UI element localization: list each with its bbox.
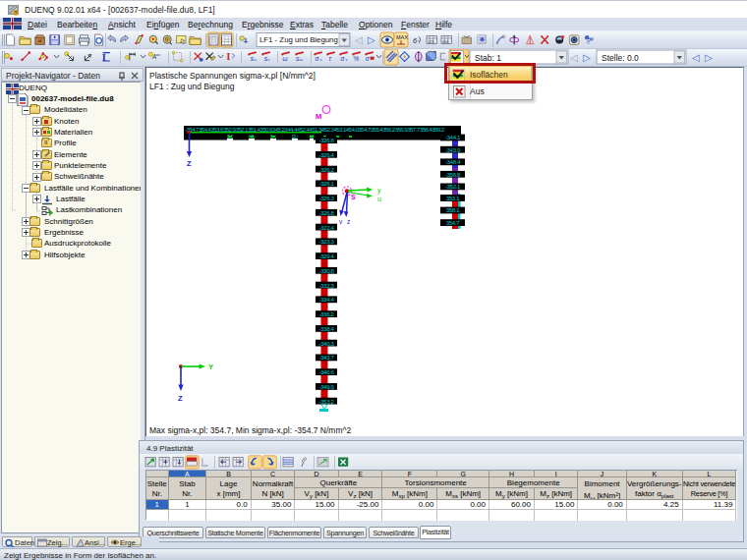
svg-text:z: z xyxy=(347,218,350,225)
svg-text:-343.7: -343.7 xyxy=(318,354,334,361)
svg-text:-346.6: -346.6 xyxy=(318,368,334,375)
svg-text:M: M xyxy=(316,112,321,121)
svg-text:I: I xyxy=(227,51,231,62)
svg-text:?: ? xyxy=(15,10,18,16)
svg-text:MAX: MAX xyxy=(396,34,408,40)
svg-text:ω: ω xyxy=(283,55,288,62)
svg-text:-353.2: -353.2 xyxy=(318,398,334,405)
svg-text:-329.4: -329.4 xyxy=(318,252,334,259)
svg-text:x: x xyxy=(319,57,321,62)
svg-text:Z: Z xyxy=(178,394,183,403)
svg-text:-336.2: -336.2 xyxy=(318,310,334,317)
svg-text:456: 456 xyxy=(442,39,449,44)
svg-text:-322.4: -322.4 xyxy=(318,224,334,231)
svg-text:v: v xyxy=(267,57,269,62)
svg-text:-326.2: -326.2 xyxy=(318,166,334,173)
svg-text:ω: ω xyxy=(300,57,303,62)
svg-text:LF1 - Zug und Biegung: LF1 - Zug und Biegung xyxy=(259,35,338,44)
svg-text:Stab: 1: Stab: 1 xyxy=(475,53,501,63)
svg-text:-330.8: -330.8 xyxy=(318,267,334,274)
svg-text:-326.1: -326.1 xyxy=(318,180,334,187)
svg-text:-349.9: -349.9 xyxy=(318,383,334,390)
svg-text:-332.3: -332.3 xyxy=(318,282,334,289)
svg-text:u: u xyxy=(377,196,381,202)
svg-text:σ: σ xyxy=(366,55,371,62)
svg-text:τ: τ xyxy=(328,55,331,62)
svg-text:-323.3: -323.3 xyxy=(318,238,334,245)
svg-text:-348.4: -348.4 xyxy=(445,158,461,165)
svg-text:-334.4: -334.4 xyxy=(318,296,334,303)
svg-text:-356.8: -356.8 xyxy=(445,171,461,178)
svg-text:▷: ▷ xyxy=(368,34,375,45)
svg-text:-326.8: -326.8 xyxy=(318,137,334,143)
svg-text:▷: ▷ xyxy=(705,52,713,63)
svg-text:v: v xyxy=(345,57,347,62)
svg-text:-343.9: -343.9 xyxy=(445,146,461,153)
svg-text:-326.4: -326.4 xyxy=(318,151,334,158)
svg-text:◁: ◁ xyxy=(355,34,363,45)
svg-text:Stelle: 0.0: Stelle: 0.0 xyxy=(602,53,639,63)
svg-text:-352.1: -352.1 xyxy=(445,183,461,190)
svg-text:6·: 6· xyxy=(413,36,419,45)
svg-text:y: y xyxy=(377,187,381,195)
svg-text:u: u xyxy=(254,57,256,62)
svg-text:◁: ◁ xyxy=(692,52,700,63)
svg-text:358.1: 358.1 xyxy=(446,206,460,213)
svg-text:-344.1: -344.1 xyxy=(445,134,461,140)
svg-text:v: v xyxy=(339,218,343,225)
svg-text:Z: Z xyxy=(187,159,192,168)
svg-text:Y: Y xyxy=(208,363,213,371)
svg-text:▷: ▷ xyxy=(583,52,591,63)
svg-text:-340.3: -340.3 xyxy=(318,340,334,347)
svg-text:%: % xyxy=(354,55,360,62)
svg-text:354.7: 354.7 xyxy=(446,219,460,226)
svg-text:353.1: 353.1 xyxy=(446,195,460,201)
svg-text:xx: xx xyxy=(156,52,160,57)
svg-text:-326.8: -326.8 xyxy=(318,209,334,216)
svg-text:123: 123 xyxy=(428,39,434,44)
svg-text:S: S xyxy=(351,194,356,200)
svg-text:-338.4: -338.4 xyxy=(318,325,334,332)
svg-text:-326.3: -326.3 xyxy=(318,195,334,201)
svg-text:◁: ◁ xyxy=(570,52,578,63)
